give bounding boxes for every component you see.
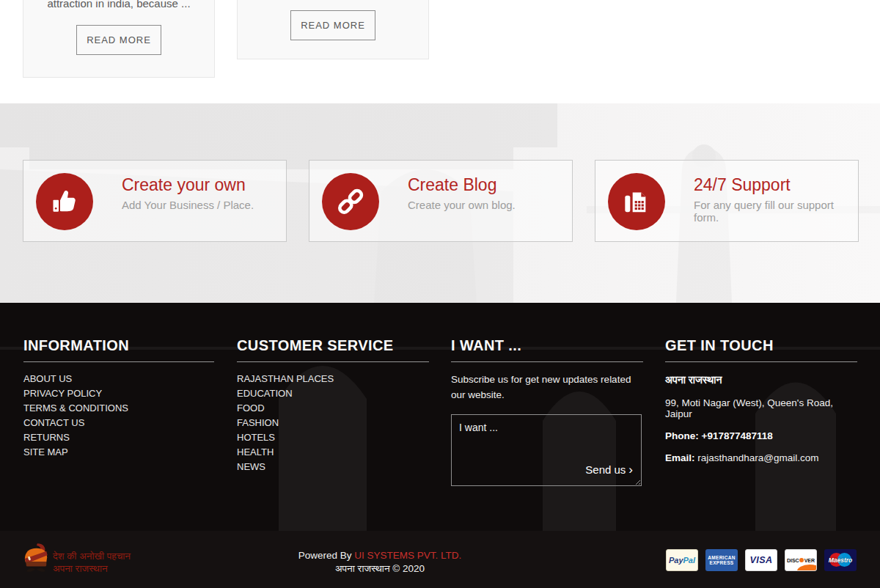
ui-systems-link[interactable]: UI SYSTEMS PVT. LTD.: [354, 550, 461, 561]
footer-link-food[interactable]: FOOD: [237, 401, 429, 416]
footer-link-health[interactable]: HEALTH: [237, 445, 429, 460]
send-us-button[interactable]: Send us ›: [585, 463, 633, 476]
company-address: 99, Moti Nagar (West), Queen's Road, Jai…: [665, 397, 857, 419]
feature-create-blog[interactable]: Create Blog Create your own blog.: [309, 160, 573, 242]
feature-subtitle: Add Your Business / Place.: [122, 199, 254, 211]
feature-subtitle: Create your own blog.: [408, 199, 516, 211]
american-express-icon: AMERICAN EXPRESS: [705, 549, 738, 571]
phone-value: +917877487118: [702, 430, 773, 441]
chevron-right-icon: ›: [628, 465, 633, 475]
footer-column-get-in-touch: GET IN TOUCH अपना राजस्थान 99, Moti Naga…: [665, 303, 857, 463]
tagline-line-1: देश की अनोखी पहचान: [53, 550, 131, 562]
heading-underline: [665, 361, 857, 362]
visa-text: VISA: [749, 555, 772, 565]
amex-text-line2: EXPRESS: [710, 560, 734, 566]
subscribe-description: Subscribe us for get new updates related…: [451, 372, 643, 403]
footer-link-contact-us[interactable]: CONTACT US: [23, 416, 214, 430]
maestro-text: Maestro: [829, 556, 853, 564]
feature-text: 24/7 Support For any query fill our supp…: [694, 174, 858, 224]
footer-link-about-us[interactable]: ABOUT US: [23, 372, 214, 386]
feature-title: Create Blog: [408, 174, 516, 195]
read-more-button[interactable]: READ MORE: [76, 25, 161, 55]
heading-underline: [237, 361, 429, 362]
amex-text-line1: AMERICAN: [708, 555, 735, 561]
footer-link-fashion[interactable]: FASHION: [237, 416, 429, 430]
feature-create-your-own[interactable]: Create your own Add Your Business / Plac…: [23, 160, 287, 242]
powered-by-line: Powered By UI SYSTEMS PVT. LTD.: [279, 549, 481, 562]
footer-link-returns[interactable]: RETURNS: [23, 430, 214, 445]
copyright-text: अपना राजस्थान © 2020: [279, 562, 481, 576]
listing-card: READ MORE: [237, 0, 429, 59]
heading-underline: [23, 361, 214, 362]
paypal-text-pal: Pal: [683, 556, 696, 565]
company-name: अपना राजस्थान: [665, 374, 857, 386]
heading-underline: [451, 361, 643, 362]
bottom-bar: देश की अनोखी पहचान अपना राजस्थान Powered…: [0, 531, 880, 588]
maestro-icon: Maestro: [824, 549, 857, 571]
read-more-button[interactable]: READ MORE: [290, 10, 375, 40]
send-us-label: Send us: [585, 463, 626, 476]
site-footer: INFORMATION ABOUT US PRIVACY POLICY TERM…: [0, 303, 880, 531]
footer-link-education[interactable]: EDUCATION: [237, 386, 429, 401]
footer-links: RAJASTHAN PLACES EDUCATION FOOD FASHION …: [237, 372, 429, 474]
thumbs-up-icon: [50, 187, 79, 216]
feature-text: Create your own Add Your Business / Plac…: [122, 174, 254, 211]
powered-by-block: Powered By UI SYSTEMS PVT. LTD. अपना राज…: [279, 549, 481, 576]
top-cards-section: attraction in india, because ... READ MO…: [0, 0, 880, 103]
listing-card: attraction in india, because ... READ MO…: [23, 0, 215, 78]
footer-heading: INFORMATION: [23, 337, 214, 354]
logo-tagline: देश की अनोखी पहचान अपना राजस्थान: [53, 550, 131, 579]
listing-teaser-text: attraction in india, because ...: [47, 0, 190, 10]
feature-title: Create your own: [122, 174, 254, 195]
phone-label: Phone:: [665, 430, 699, 441]
feature-strip-section: Create your own Add Your Business / Plac…: [0, 103, 880, 303]
footer-column-i-want: I WANT ... Subscribe us for get new upda…: [451, 303, 643, 486]
subscribe-form: Send us ›: [451, 414, 642, 486]
visa-icon: VISA: [745, 549, 777, 571]
email-line: Email: rajasthandhara@gmail.com: [665, 452, 857, 463]
phone-line: Phone: +917877487118: [665, 430, 857, 441]
footer-link-news[interactable]: NEWS: [237, 460, 429, 474]
footer-column-information: INFORMATION ABOUT US PRIVACY POLICY TERM…: [23, 303, 214, 460]
feature-icon-circle: [36, 173, 93, 230]
footer-link-site-map[interactable]: SITE MAP: [23, 445, 214, 460]
paypal-icon: PayPal: [666, 549, 698, 571]
payment-methods: PayPal AMERICAN EXPRESS VISA DISCVER Mae…: [666, 549, 857, 571]
email-label: Email:: [665, 452, 695, 463]
footer-column-customer-service: CUSTOMER SERVICE RAJASTHAN PLACES EDUCAT…: [237, 303, 429, 474]
footer-links: ABOUT US PRIVACY POLICY TERMS & CONDITIO…: [23, 372, 214, 460]
email-value: rajasthandhara@gmail.com: [697, 452, 818, 463]
feature-icon-circle: [608, 173, 665, 230]
discover-swoosh: [797, 565, 817, 571]
tagline-line-2: अपना राजस्थान: [53, 562, 131, 575]
link-icon: [335, 186, 366, 217]
footer-heading: GET IN TOUCH: [665, 337, 857, 354]
feature-title: 24/7 Support: [694, 174, 858, 195]
discover-icon: DISCVER: [785, 549, 817, 571]
feature-icon-circle: [322, 173, 379, 230]
feature-subtitle: For any query fill our support form.: [694, 199, 858, 224]
fax-icon: [622, 187, 651, 216]
footer-heading: CUSTOMER SERVICE: [237, 337, 429, 354]
footer-link-terms-conditions[interactable]: TERMS & CONDITIONS: [23, 401, 214, 416]
site-logo: देश की अनोखी पहचान अपना राजस्थान: [22, 541, 131, 579]
feature-text: Create Blog Create your own blog.: [408, 174, 516, 211]
footer-link-hotels[interactable]: HOTELS: [237, 430, 429, 445]
feature-support[interactable]: 24/7 Support For any query fill our supp…: [595, 160, 859, 242]
paypal-text-pay: Pay: [669, 556, 683, 565]
discover-orange-dot: [799, 558, 804, 562]
page: attraction in india, because ... READ MO…: [0, 0, 880, 588]
footer-link-rajasthan-places[interactable]: RAJASTHAN PLACES: [237, 372, 429, 386]
discover-text: DISCVER: [787, 558, 815, 563]
turban-logo-icon: [22, 541, 50, 579]
footer-heading: I WANT ...: [451, 337, 643, 354]
powered-by-prefix: Powered By: [298, 550, 355, 561]
footer-link-privacy-policy[interactable]: PRIVACY POLICY: [23, 386, 214, 401]
